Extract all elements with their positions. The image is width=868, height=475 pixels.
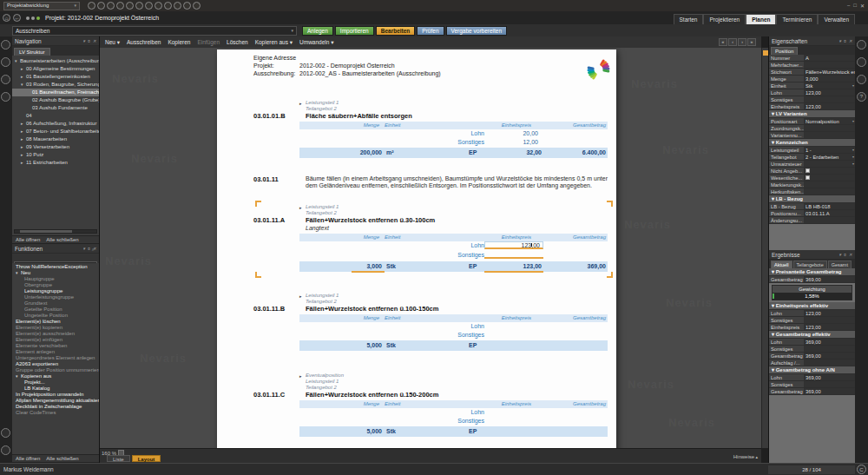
titlebar-tool-icon[interactable]: [126, 2, 134, 10]
expand-marker-icon[interactable]: ▸: [299, 205, 302, 211]
toolbar-kopieren-aus[interactable]: Kopieren aus ▾: [255, 39, 293, 46]
section-header-preisanteile-gesamtbetrag[interactable]: ▾ Preisanteile Gesamtbetrag: [769, 268, 855, 276]
property-value[interactable]: Stk▾: [804, 82, 855, 89]
info-icon[interactable]: C: [857, 465, 866, 474]
close-icon[interactable]: ✕: [849, 38, 852, 43]
tree-item[interactable]: ▾03 Roden, Baugrube, Sicherungen u.Tie: [12, 81, 99, 89]
module-selector[interactable]: Ausschreiben: [12, 26, 297, 36]
close-all-button[interactable]: Alle schließen: [46, 237, 78, 242]
view-tab-liste[interactable]: Liste: [107, 455, 130, 462]
function-item-leistungsgruppe[interactable]: Leistungsgruppe: [12, 288, 99, 294]
tab-position[interactable]: Position: [771, 47, 798, 55]
section-header-gesamtbetrag-ohne-a-n[interactable]: ▾ Gesamtbetrag ohne A/N: [769, 366, 855, 374]
toolbar-ausschreiben[interactable]: Ausschreiben: [127, 39, 161, 46]
tool-icon[interactable]: [1, 92, 10, 102]
property-value[interactable]: 123,00: [804, 103, 855, 109]
workflow-button-vergabe-vorbereiten[interactable]: Vergabe vorbereiten: [446, 26, 508, 36]
chevron-down-icon[interactable]: ▾: [83, 246, 86, 251]
function-item-projekt[interactable]: Projekt...: [12, 379, 99, 386]
tree-item[interactable]: 04: [12, 112, 99, 120]
titlebar-tool-icon[interactable]: [107, 2, 115, 10]
function-item-neu[interactable]: ▾Neu: [12, 270, 99, 276]
toolbar-löschen[interactable]: Löschen: [227, 39, 248, 46]
workflow-button-anlegen[interactable]: Anlegen: [302, 26, 333, 36]
tab-lv-struktur[interactable]: LV Struktur: [14, 48, 50, 56]
close-icon[interactable]: ✕: [93, 38, 96, 43]
tool-icon[interactable]: [857, 57, 866, 67]
tool-icon[interactable]: [1, 75, 10, 84]
open-all-button[interactable]: Alle öffnen: [16, 237, 40, 242]
function-item-in-projektposition-umwandeln[interactable]: In Projektposition umwandeln: [12, 392, 99, 398]
tool-icon[interactable]: [1, 445, 10, 455]
tool-icon[interactable]: [857, 40, 866, 49]
prev-record-button[interactable]: ‹: [728, 38, 737, 46]
chevron-down-icon[interactable]: ▾: [839, 38, 842, 43]
view-tab-layout[interactable]: Layout: [132, 455, 161, 462]
tree-item[interactable]: ▸01 Baustellengemeinkosten: [12, 73, 99, 81]
function-item-deckblatt-in-zwischenablage[interactable]: Deckblatt in Zwischenablage: [12, 404, 99, 410]
tree-item[interactable]: 02 Aushub Baugrube (Grube): [12, 96, 99, 104]
section-header-lb-bezug[interactable]: ▾ LB - Bezug: [769, 195, 855, 203]
last-record-button[interactable]: »: [747, 38, 756, 46]
function-item-allplan-mengenermittlung-aktualisieren[interactable]: Allplan Mengenermittlung aktualisieren: [12, 398, 99, 404]
first-record-button[interactable]: «: [719, 38, 727, 46]
tool-icon[interactable]: [857, 75, 866, 84]
property-value[interactable]: 2 - Erdarbeiten▾: [804, 154, 855, 160]
function-item-element-e-löschen[interactable]: Element(e) löschen: [12, 319, 99, 325]
tool-icon[interactable]: [1, 40, 10, 49]
property-value[interactable]: 3,000: [804, 76, 855, 82]
workflow-button-importieren[interactable]: Importieren: [335, 26, 374, 36]
titlebar-tool-icon[interactable]: [135, 2, 143, 10]
help-icon[interactable]: ?: [857, 92, 866, 102]
section-header-kennzeichen[interactable]: ▾ Kennzeichen: [769, 139, 855, 147]
document-scrollbar[interactable]: [761, 48, 768, 448]
expand-marker-icon[interactable]: ▸: [299, 373, 302, 379]
workflow-button-bearbeiten[interactable]: Bearbeiten: [376, 26, 416, 36]
maximize-icon[interactable]: □: [853, 3, 857, 9]
tree-item[interactable]: 01 Baureifmachen, Freimachen von: [12, 89, 99, 96]
results-tab-gesamt[interactable]: Gesamt: [828, 261, 852, 268]
property-value[interactable]: [804, 181, 855, 188]
titlebar-tool-icon[interactable]: [116, 2, 124, 10]
property-value[interactable]: A: [804, 55, 855, 61]
ribbon-tab-projektieren[interactable]: Projektieren: [703, 14, 746, 24]
expand-marker-icon[interactable]: ▸: [299, 294, 302, 300]
property-value[interactable]: 1 -▾: [804, 147, 855, 153]
tool-icon[interactable]: [1, 57, 10, 67]
tree-item[interactable]: ▸11 Estricharbeiten: [12, 159, 99, 167]
property-value[interactable]: [804, 188, 855, 195]
tree-item[interactable]: ▸09 Versetzarbeiten: [12, 143, 99, 151]
function-item-throw-nullreferenceexception[interactable]: Throw NullReferenceException: [12, 264, 99, 270]
titlebar-tool-icon[interactable]: [88, 2, 95, 10]
home-icon[interactable]: [3, 14, 10, 22]
close-icon[interactable]: ✕: [849, 252, 852, 257]
property-value[interactable]: [804, 168, 855, 174]
tree-item[interactable]: ▸00 Allgemeine Bestimmungen: [12, 65, 99, 73]
property-value[interactable]: [804, 217, 855, 223]
checkbox[interactable]: [806, 175, 810, 180]
section-header-gesamtbetrag-effektiv[interactable]: ▾ Gesamtbetrag effektiv: [769, 331, 855, 339]
ribbon-tab-planen[interactable]: Planen: [746, 14, 776, 24]
sonstiges-input[interactable]: [484, 251, 543, 259]
next-record-button[interactable]: ›: [738, 38, 746, 46]
pin-icon[interactable]: ¤: [88, 38, 90, 43]
titlebar-tool-icon[interactable]: [193, 2, 201, 10]
hints-button[interactable]: Hinweise: [733, 454, 758, 459]
toolbar-kopieren[interactable]: Kopieren: [168, 39, 190, 46]
results-tab-aktuell[interactable]: Aktuell: [771, 261, 792, 268]
lohn-input[interactable]: 123,00: [484, 241, 543, 249]
workflow-button-prüfen[interactable]: Prüfen: [417, 26, 444, 36]
scrollbar-thumb[interactable]: [20, 230, 72, 233]
tree-item[interactable]: ▸10 Putz: [12, 151, 99, 159]
section-header-einheitspreis-effektiv[interactable]: ▾ Einheitspreis effektiv: [769, 302, 855, 310]
back-icon[interactable]: [13, 14, 21, 22]
titlebar-tool-icon[interactable]: [155, 2, 162, 10]
langtext-link[interactable]: Langtext: [299, 224, 608, 232]
function-item-lb-katalog[interactable]: LB Katalog: [12, 386, 99, 392]
property-value[interactable]: Normalposition▾: [804, 118, 855, 124]
function-item-a2063-exportieren[interactable]: A2063 exportieren: [12, 361, 99, 367]
pin-icon[interactable]: ¤: [844, 252, 846, 257]
expand-marker-icon[interactable]: ▸: [299, 101, 302, 107]
ribbon-tab-starten[interactable]: Starten: [674, 14, 704, 24]
section-header-lv-varianten[interactable]: ▾ LV Varianten: [769, 110, 855, 118]
